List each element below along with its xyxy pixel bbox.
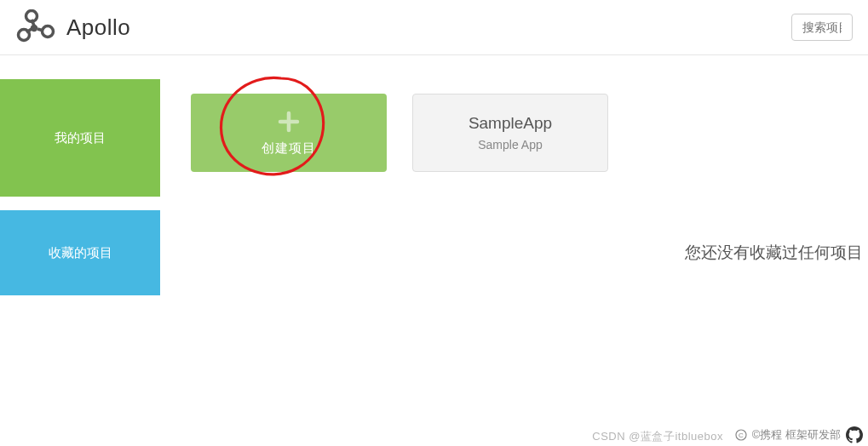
- my-projects-tab[interactable]: 我的项目: [0, 79, 160, 197]
- navbar: Apollo: [0, 0, 868, 55]
- app-card-subtitle: Sample App: [478, 138, 543, 152]
- favorites-tab[interactable]: 收藏的项目: [0, 210, 160, 295]
- create-project-button[interactable]: 创建项目: [191, 94, 387, 172]
- github-icon[interactable]: [846, 426, 863, 443]
- footer-text: ©携程 框架研发部: [752, 427, 841, 443]
- my-projects-section: 我的项目 创建项目 SampleApp Sample App: [0, 55, 868, 197]
- create-project-label: 创建项目: [262, 140, 316, 157]
- brand[interactable]: Apollo: [15, 9, 130, 45]
- favorites-label: 收藏的项目: [49, 245, 112, 261]
- favorites-empty-text: 您还没有收藏过任何项目: [685, 242, 863, 264]
- app-card-sampleapp[interactable]: SampleApp Sample App: [412, 94, 608, 172]
- my-projects-content: 创建项目 SampleApp Sample App: [160, 55, 868, 197]
- svg-line-6: [37, 29, 43, 31]
- svg-point-2: [43, 26, 54, 37]
- my-projects-label: 我的项目: [55, 130, 106, 146]
- app-card-title: SampleApp: [468, 114, 552, 133]
- plus-icon: [277, 110, 301, 134]
- apollo-logo-icon: [15, 9, 58, 45]
- favorites-content: 您还没有收藏过任何项目: [160, 210, 868, 295]
- search-input[interactable]: [791, 14, 853, 41]
- watermark: CSDN @蓝盒子itbluebox: [592, 429, 723, 444]
- footer: C ©携程 框架研发部: [735, 426, 863, 443]
- favorites-section: 收藏的项目 您还没有收藏过任何项目: [0, 210, 868, 295]
- svg-text:C: C: [739, 432, 744, 439]
- copyright-icon: C: [735, 429, 747, 441]
- brand-title: Apollo: [66, 14, 130, 41]
